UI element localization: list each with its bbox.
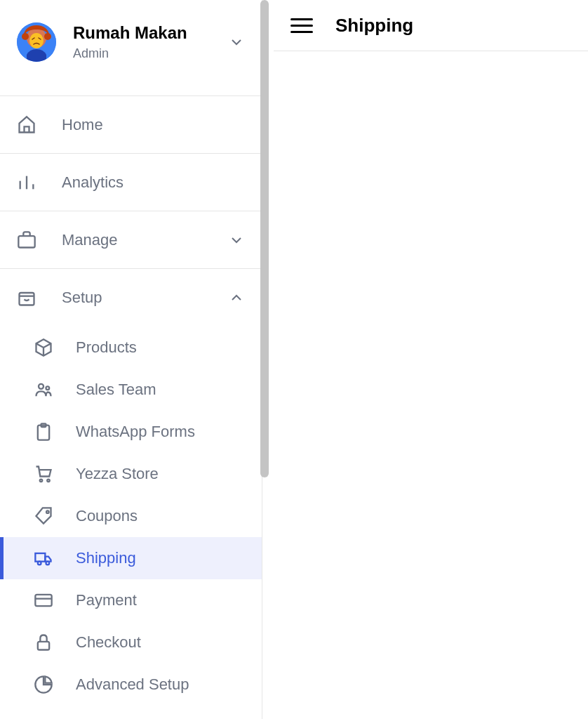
sub-nav-products[interactable]: Products: [0, 326, 262, 369]
sub-nav-whatsapp-forms-label: WhatsApp Forms: [76, 423, 195, 441]
chevron-down-icon[interactable]: [228, 34, 245, 51]
sub-nav-coupons-label: Coupons: [76, 507, 138, 525]
sub-nav-coupons[interactable]: Coupons: [0, 495, 262, 537]
sub-nav-payment-label: Payment: [76, 591, 137, 609]
svg-rect-16: [35, 553, 45, 562]
home-icon: [17, 115, 36, 135]
nav-analytics[interactable]: Analytics: [0, 154, 262, 211]
svg-point-13: [40, 480, 43, 482]
lock-icon: [34, 633, 53, 652]
sub-nav-whatsapp-forms[interactable]: WhatsApp Forms: [0, 411, 262, 453]
sub-nav-checkout-label: Checkout: [76, 633, 141, 652]
svg-point-2: [44, 33, 51, 40]
bag-icon: [17, 288, 36, 308]
setup-sub-nav: Products Sales Team WhatsApp Forms Yezza…: [0, 326, 262, 706]
page-title: Shipping: [335, 15, 413, 37]
svg-rect-7: [18, 236, 34, 247]
nav-analytics-label: Analytics: [62, 173, 245, 192]
hamburger-menu-icon[interactable]: [290, 14, 313, 37]
scrollbar-thumb[interactable]: [260, 0, 269, 477]
sub-nav-shipping-label: Shipping: [76, 549, 136, 567]
profile-name: Rumah Makan: [73, 23, 211, 44]
nav-manage[interactable]: Manage: [0, 211, 262, 269]
svg-point-17: [38, 562, 41, 565]
svg-point-14: [47, 480, 50, 482]
sub-nav-sales-team[interactable]: Sales Team: [0, 369, 262, 411]
svg-point-3: [29, 33, 44, 48]
scrollbar[interactable]: [260, 0, 269, 719]
box-icon: [34, 338, 53, 357]
sub-nav-advanced-setup[interactable]: Advanced Setup: [0, 664, 262, 706]
analytics-icon: [17, 173, 36, 192]
svg-rect-8: [20, 293, 34, 305]
sidebar: Rumah Makan Admin Home Analytics Manage …: [0, 0, 262, 719]
nav-manage-label: Manage: [62, 231, 203, 249]
tag-icon: [34, 506, 53, 526]
sub-nav-sales-team-label: Sales Team: [76, 381, 156, 399]
svg-rect-21: [38, 642, 49, 650]
svg-rect-19: [35, 595, 51, 606]
sub-nav-payment[interactable]: Payment: [0, 579, 262, 621]
sub-nav-advanced-setup-label: Advanced Setup: [76, 675, 189, 694]
profile-section[interactable]: Rumah Makan Admin: [0, 0, 262, 96]
sub-nav-checkout[interactable]: Checkout: [0, 621, 262, 664]
sub-nav-yezza-store[interactable]: Yezza Store: [0, 453, 262, 495]
truck-icon: [34, 548, 53, 568]
nav-home-label: Home: [62, 116, 245, 134]
sub-nav-yezza-store-label: Yezza Store: [76, 465, 159, 483]
svg-point-18: [46, 562, 50, 565]
avatar: [17, 22, 56, 62]
briefcase-icon: [17, 230, 36, 250]
sub-nav-shipping[interactable]: Shipping: [0, 537, 262, 579]
header: Shipping: [274, 0, 588, 51]
chevron-up-icon: [228, 289, 245, 306]
nav-setup-label: Setup: [62, 289, 203, 307]
main-content: Shipping: [274, 0, 588, 719]
users-icon: [34, 380, 53, 400]
cart-icon: [34, 464, 53, 484]
svg-point-15: [46, 510, 49, 513]
chevron-down-icon: [228, 232, 245, 249]
sub-nav-products-label: Products: [76, 338, 137, 357]
profile-info: Rumah Makan Admin: [73, 23, 211, 61]
card-icon: [34, 591, 53, 610]
clipboard-icon: [34, 422, 53, 442]
svg-point-10: [46, 386, 50, 390]
pie-chart-icon: [34, 675, 53, 694]
nav-setup[interactable]: Setup: [0, 269, 262, 326]
svg-point-1: [22, 33, 29, 40]
profile-role: Admin: [73, 46, 211, 61]
nav-home[interactable]: Home: [0, 96, 262, 154]
svg-point-9: [39, 384, 44, 389]
